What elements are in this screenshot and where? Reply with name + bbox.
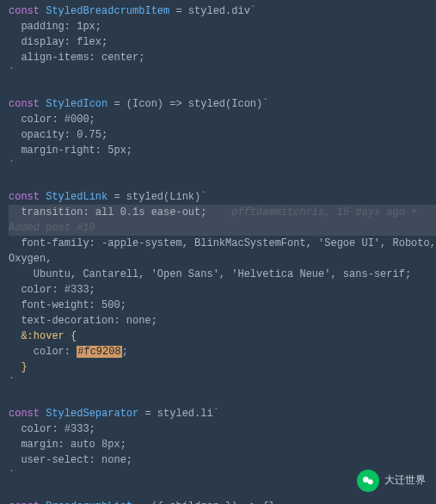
css-line: color: #000;: [9, 114, 95, 126]
css-hover: &:hover {: [9, 330, 77, 342]
code-editor[interactable]: const StyledBreadcrumbItem = styled.div`…: [9, 3, 436, 504]
css-line: font-weight: 500;: [9, 299, 126, 311]
keyword-const: const: [9, 408, 40, 420]
var-styled-icon: StyledIcon: [46, 98, 107, 110]
keyword-const: const: [9, 191, 40, 203]
css-hover-close: }: [9, 361, 28, 373]
assign: = styled.li`: [138, 408, 219, 420]
color-highlight: #fc9208: [77, 346, 121, 358]
keyword-const: const: [9, 501, 40, 504]
wechat-icon: [357, 470, 379, 492]
var-breadcrumb-list: BreadcrumbList: [46, 501, 132, 504]
css-line: margin: auto 8px;: [9, 439, 126, 451]
keyword-const: const: [9, 5, 40, 17]
watermark-label: 大迁世界: [384, 473, 426, 489]
css-line: color: #333;: [9, 423, 95, 435]
css-line: text-decoration: none;: [9, 315, 157, 327]
css-line: color: #333;: [9, 284, 95, 296]
css-line: user-select: none;: [9, 454, 132, 466]
template-close: `: [9, 377, 15, 389]
var-styled-separator: StyledSeparator: [46, 408, 138, 420]
svg-point-0: [363, 476, 369, 482]
css-line: opacity: 0.75;: [9, 129, 107, 141]
css-line: Ubuntu, Cantarell, 'Open Sans', 'Helveti…: [9, 268, 411, 280]
assign: = styled(Link)`: [107, 191, 206, 203]
css-line: display: flex;: [9, 36, 107, 48]
css-line: padding: 1px;: [9, 21, 101, 33]
keyword-const: const: [9, 98, 40, 110]
assign: = (Icon) => styled(Icon)`: [107, 98, 268, 110]
template-close: `: [9, 67, 15, 79]
css-line: margin-right: 5px;: [9, 144, 132, 157]
var-styled-link: StyledLink: [46, 191, 107, 203]
assign: = styled.div`: [169, 5, 256, 17]
template-close: `: [9, 470, 15, 482]
template-close: `: [9, 160, 15, 172]
css-line: align-items: center;: [9, 52, 144, 64]
css-line: font-family: -apple-system, BlinkMacSyst…: [9, 237, 436, 265]
var-styled-breadcrumb-item: StyledBreadcrumbItem: [46, 5, 169, 17]
assign: = ({ children }) => {}: [132, 501, 275, 504]
watermark: 大迁世界: [357, 470, 426, 492]
css-line: color:: [9, 346, 77, 358]
svg-point-1: [368, 479, 373, 484]
highlighted-line: transition: all 0.1s ease-out; pfftdammi…: [9, 205, 436, 236]
